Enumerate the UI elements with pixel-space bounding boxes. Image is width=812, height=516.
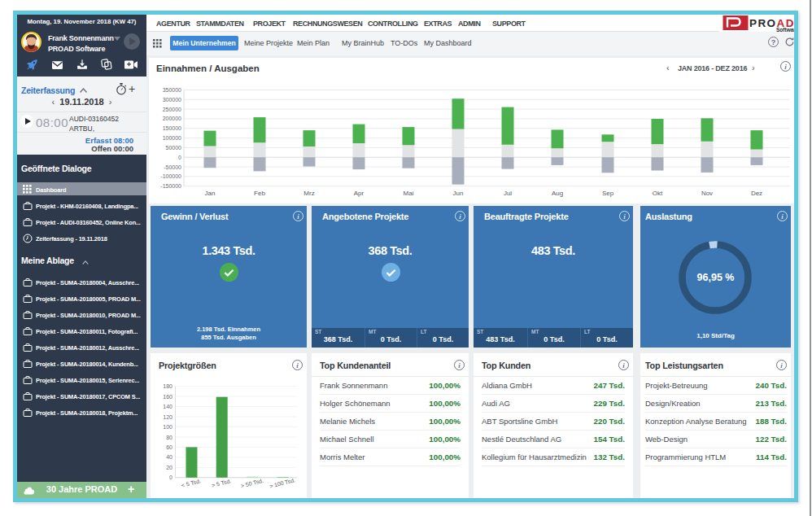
svg-text:-150000: -150000	[160, 183, 181, 189]
svg-text:200000: 200000	[163, 116, 181, 121]
svg-text:0: 0	[169, 474, 172, 480]
svg-text:100: 100	[163, 424, 172, 430]
svg-text:Feb: Feb	[254, 190, 265, 197]
svg-text:40: 40	[166, 454, 172, 460]
svg-text:120: 120	[163, 414, 172, 420]
svg-text:50000: 50000	[166, 145, 182, 151]
svg-text:< 5 Tsd.: < 5 Tsd.	[181, 478, 202, 488]
svg-text:> 100 Tsd.: > 100 Tsd.	[268, 477, 295, 489]
svg-text:140: 140	[163, 404, 172, 409]
svg-text:Nov: Nov	[701, 190, 713, 197]
svg-text:Software: Software	[776, 27, 794, 33]
svg-text:0: 0	[178, 155, 181, 160]
svg-text:> 50 Tsd.: > 50 Tsd.	[240, 478, 264, 489]
svg-text:150000: 150000	[163, 125, 181, 131]
svg-text:Sep: Sep	[602, 190, 614, 197]
svg-text:-100000: -100000	[160, 173, 181, 179]
svg-text:Jul: Jul	[504, 190, 512, 197]
svg-text:Jan: Jan	[205, 190, 216, 197]
svg-text:100000: 100000	[163, 135, 181, 141]
svg-text:60: 60	[166, 444, 172, 450]
svg-text:160: 160	[163, 394, 172, 400]
svg-text:PRO: PRO	[749, 17, 776, 29]
svg-text:180: 180	[163, 383, 172, 389]
svg-text:300000: 300000	[163, 97, 181, 103]
svg-text:Okt: Okt	[653, 190, 663, 197]
svg-text:Jun: Jun	[453, 190, 464, 197]
svg-text:Mai: Mai	[404, 190, 414, 197]
svg-text:Aug: Aug	[552, 190, 563, 197]
svg-text:Mrz: Mrz	[303, 190, 314, 197]
svg-text:350000: 350000	[163, 87, 181, 93]
svg-text:20: 20	[166, 465, 172, 470]
svg-text:250000: 250000	[163, 107, 181, 112]
svg-text:Dez: Dez	[751, 190, 762, 197]
svg-text:80: 80	[166, 435, 172, 440]
svg-text:> 5 Tsd.: > 5 Tsd.	[211, 478, 232, 488]
svg-text:-50000: -50000	[164, 164, 181, 170]
svg-text:Apr: Apr	[354, 190, 365, 197]
